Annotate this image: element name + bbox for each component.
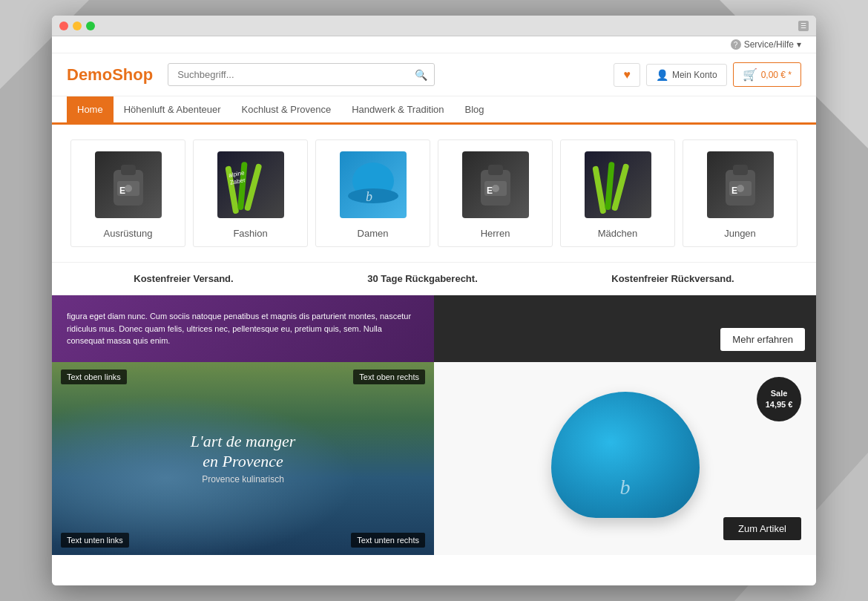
search-input[interactable]	[168, 63, 435, 86]
category-name-fashion: Fashion	[233, 228, 267, 239]
provence-bottom-right-badge: Text unten rechts	[351, 533, 425, 548]
banner-left-text: figura eget diam nunc. Cum sociis natoqu…	[67, 310, 419, 347]
banner-section: figura eget diam nunc. Cum sociis natoqu…	[52, 295, 816, 362]
service-link[interactable]: Service/Hilfe ▾	[731, 39, 801, 50]
navigation: Home Höhenluft & Abenteuer Kochlust & Pr…	[52, 96, 816, 125]
sale-badge: Sale 14,95 €	[757, 377, 801, 421]
category-img-jungen: E	[691, 148, 789, 222]
category-section: E Ausrüstung alpine Zaber	[52, 125, 816, 263]
svg-text:E: E	[731, 185, 737, 196]
search-icon[interactable]: 🔍	[415, 69, 427, 81]
search-bar: 🔍	[168, 63, 435, 86]
browser-window: ☰ Service/Hilfe ▾ DemoShop 🔍 ♥	[52, 16, 816, 585]
svg-rect-18	[592, 165, 606, 214]
category-img-ausruestung: E	[79, 148, 177, 222]
svg-text:E: E	[487, 185, 493, 196]
herren-img: E	[462, 151, 529, 218]
shop-container: Service/Hilfe ▾ DemoShop 🔍 ♥ 👤 Mein Kont…	[52, 36, 816, 585]
minimize-button[interactable]	[73, 22, 82, 30]
features-bar: Kostenfreier Versand. 30 Tage Rückgabere…	[52, 263, 816, 295]
svg-text:b: b	[366, 189, 372, 204]
category-name-herren: Herren	[481, 228, 510, 239]
svg-rect-1	[121, 165, 136, 175]
feature-versand: Kostenfreier Versand.	[134, 273, 233, 284]
mehr-erfahren-button[interactable]: Mehr erfahren	[720, 328, 805, 351]
category-maedchen[interactable]: Mädchen	[560, 139, 675, 247]
category-ausruestung[interactable]: E Ausrüstung	[70, 139, 185, 247]
heart-icon: ♥	[623, 68, 631, 82]
user-icon: 👤	[656, 69, 668, 81]
svg-rect-14	[488, 165, 503, 175]
provence-bottom-labels: Text unten links Text unten rechts	[52, 525, 434, 555]
category-name-damen: Damen	[358, 228, 389, 239]
product-panel: Sale 14,95 € Zum Artikel	[434, 362, 816, 555]
chevron-down-icon: ▾	[797, 39, 801, 50]
maedchen-img	[585, 151, 651, 218]
nav-item-kochlust[interactable]: Kochlust & Provence	[231, 96, 342, 125]
nav-item-home[interactable]: Home	[67, 96, 114, 125]
cart-icon: 🛒	[743, 68, 757, 82]
header-actions: ♥ 👤 Mein Konto 🛒 0,00 € *	[614, 62, 801, 87]
nav-item-blog[interactable]: Blog	[454, 96, 494, 125]
svg-rect-22	[733, 165, 748, 175]
product-hat-image	[551, 392, 700, 518]
logo-shop: Shop	[112, 65, 153, 84]
nav-item-hoehenluft[interactable]: Höhenluft & Abenteuer	[114, 96, 231, 125]
bottom-section: Text oben links Text oben rechts L'art d…	[52, 362, 816, 555]
window-icon: ☰	[798, 21, 809, 31]
provence-top-labels: Text oben links Text oben rechts	[52, 362, 434, 392]
category-img-damen: b	[323, 148, 422, 222]
category-img-maedchen	[568, 148, 667, 222]
maximize-button[interactable]	[86, 22, 95, 30]
svg-point-11	[348, 188, 398, 203]
titlebar: ☰	[52, 16, 816, 36]
provence-top-left-badge: Text oben links	[61, 370, 127, 384]
category-img-herren: E	[446, 148, 545, 222]
logo-demo: Demo	[67, 65, 112, 84]
svg-point-24	[737, 185, 744, 192]
category-jungen[interactable]: E Jungen	[683, 139, 798, 247]
banner-right: Mehr erfahren	[434, 295, 816, 362]
fashion-img: alpine Zaber	[217, 151, 284, 218]
nav-item-handwerk[interactable]: Handwerk & Tradition	[341, 96, 454, 125]
cart-button[interactable]: 🛒 0,00 € *	[733, 62, 801, 87]
wishlist-button[interactable]: ♥	[614, 63, 640, 87]
damen-img: b	[340, 151, 407, 218]
category-herren[interactable]: E Herren	[438, 139, 553, 247]
svg-point-16	[492, 185, 499, 192]
topbar: Service/Hilfe ▾	[52, 36, 816, 53]
svg-text:E: E	[119, 185, 125, 196]
account-button[interactable]: 👤 Mein Konto	[646, 64, 727, 86]
category-name-ausruestung: Ausrüstung	[104, 228, 153, 239]
provence-subtitle: Provence kulinarisch	[59, 474, 427, 485]
category-name-maedchen: Mädchen	[598, 228, 637, 239]
provence-bottom-left-badge: Text unten links	[61, 533, 129, 548]
category-damen[interactable]: b Damen	[315, 139, 430, 247]
provence-top-right-badge: Text oben rechts	[353, 370, 425, 384]
category-img-fashion: alpine Zaber	[201, 148, 300, 222]
jungen-img: E	[707, 151, 774, 218]
sale-label: Sale	[771, 388, 788, 398]
feature-rueckgabe: 30 Tage Rückgaberecht.	[367, 273, 478, 284]
provence-center: L'art de manger en Provence Provence kul…	[52, 424, 434, 492]
logo: DemoShop	[67, 65, 153, 85]
service-label: Service/Hilfe	[744, 39, 794, 50]
header: DemoShop 🔍 ♥ 👤 Mein Konto 🛒 0,00 € *	[52, 53, 816, 96]
feature-rueckversand: Kostenfreier Rückversand.	[611, 273, 734, 284]
banner-left: figura eget diam nunc. Cum sociis natoqu…	[52, 295, 434, 362]
ausruestung-img: E	[95, 151, 162, 218]
zum-artikel-button[interactable]: Zum Artikel	[723, 517, 801, 540]
sale-price: 14,95 €	[766, 399, 793, 410]
svg-point-3	[125, 185, 132, 192]
provence-title: L'art de manger en Provence	[59, 432, 427, 471]
close-button[interactable]	[59, 22, 68, 30]
category-name-jungen: Jungen	[724, 228, 756, 239]
category-grid: E Ausrüstung alpine Zaber	[67, 139, 801, 247]
cart-total: 0,00 € *	[761, 70, 792, 80]
account-label: Mein Konto	[672, 70, 717, 80]
provence-banner: Text oben links Text oben rechts L'art d…	[52, 362, 434, 555]
category-fashion[interactable]: alpine Zaber Fashion	[193, 139, 308, 247]
